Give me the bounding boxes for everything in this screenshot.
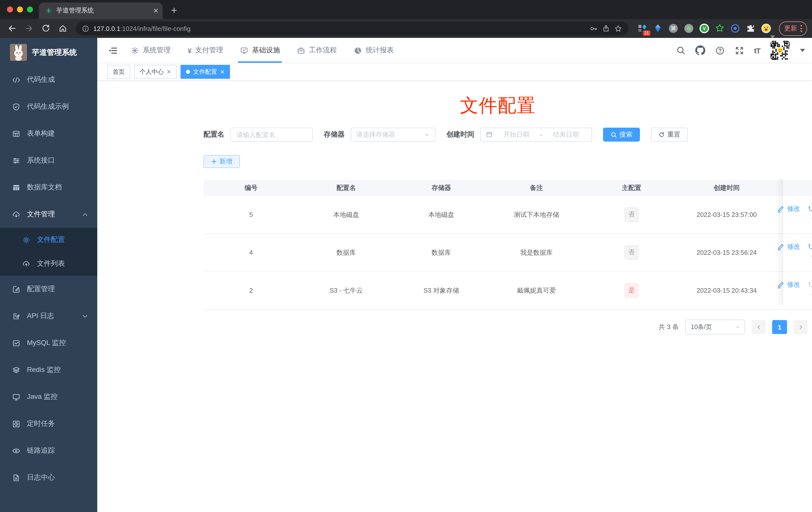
- reload-icon[interactable]: [39, 22, 53, 35]
- tag-home[interactable]: 首页: [107, 65, 130, 79]
- sidebar-item-redis-monitor[interactable]: Redis 监控: [0, 357, 97, 383]
- next-page-button[interactable]: [793, 320, 808, 334]
- tag-profile[interactable]: 个人中心✕: [134, 65, 177, 79]
- chrome-menu-icon[interactable]: [801, 25, 802, 32]
- set-master-link[interactable]: 主配置: [807, 204, 812, 213]
- password-key-icon[interactable]: [589, 24, 598, 33]
- cell-id: 4: [203, 249, 298, 256]
- sidebar-item-api-log[interactable]: API 日志: [0, 303, 97, 330]
- extension-command-icon[interactable]: ⌘: [668, 24, 678, 33]
- fullscreen-icon[interactable]: [735, 46, 744, 55]
- close-icon[interactable]: ✕: [167, 68, 171, 75]
- cell-name: S3 - 七牛云: [298, 286, 394, 295]
- bookmark-star-icon[interactable]: [614, 24, 622, 33]
- cell-remark: 测试下本地存储: [489, 210, 584, 219]
- sidebar-item-code-gen[interactable]: 代码生成: [0, 66, 97, 93]
- sidebar-item-db-doc[interactable]: 数据库文档: [0, 174, 97, 201]
- topnav-item-report[interactable]: 统计报表: [354, 38, 394, 63]
- topnav-item-label: 工作流程: [309, 46, 337, 55]
- window-controls[interactable]: [7, 6, 33, 12]
- master-tag: 是: [625, 283, 638, 298]
- minimize-window-button[interactable]: [17, 6, 23, 12]
- sidebar-item-file-list[interactable]: 文件列表: [0, 252, 97, 276]
- topnav-item-system[interactable]: 系统管理: [131, 38, 171, 63]
- extension-star-icon[interactable]: [715, 24, 725, 33]
- url-bar[interactable]: 127.0.0.1:1024/infra/file/file-config: [76, 22, 629, 35]
- cell-actions: 修改 主配置 测试 删除: [774, 204, 812, 225]
- set-master-link[interactable]: 主配置: [807, 242, 812, 251]
- extension-rings-icon[interactable]: [730, 24, 740, 33]
- sidebar-item-log-center[interactable]: 日志中心: [0, 464, 97, 491]
- topnav-item-infra[interactable]: 基础设施: [240, 38, 280, 63]
- font-size-icon[interactable]: tT: [754, 46, 760, 55]
- edit-link[interactable]: 修改: [777, 204, 800, 213]
- zoom-window-button[interactable]: [27, 6, 33, 12]
- sidebar-item-job[interactable]: 定时任务: [0, 410, 97, 437]
- delete-link[interactable]: 删除: [810, 216, 812, 225]
- sidebar-item-trace[interactable]: 链路追踪: [0, 437, 97, 464]
- storage-select[interactable]: 请选择存储器: [351, 128, 435, 142]
- config-name-label: 配置名: [203, 130, 225, 139]
- help-icon[interactable]: [715, 46, 725, 55]
- sidebar-item-mysql-monitor[interactable]: MySQL 监控: [0, 330, 97, 357]
- topnav-item-payment[interactable]: ¥支付管理: [187, 38, 223, 63]
- avatar-caret-icon[interactable]: [800, 49, 805, 52]
- main-area: 系统管理¥支付管理基础设施工作流程统计报表 tT 首页个人中心✕文件配置✕ 文件…: [97, 38, 812, 512]
- date-range-picker[interactable]: 开始日期 - 结束日期: [480, 128, 592, 142]
- edit-link[interactable]: 修改: [777, 280, 800, 289]
- extension-v-icon[interactable]: V: [699, 24, 709, 33]
- tag-file-config[interactable]: 文件配置✕: [180, 65, 230, 79]
- monitor-icon: [12, 393, 21, 401]
- github-icon[interactable]: [695, 46, 705, 55]
- topnav-item-workflow[interactable]: 工作流程: [297, 38, 337, 63]
- new-tab-button[interactable]: +: [167, 3, 181, 18]
- avatar[interactable]: [770, 40, 790, 60]
- delete-link[interactable]: 删除: [810, 292, 812, 301]
- profile-emoji-icon[interactable]: [761, 24, 771, 33]
- browser-tab[interactable]: 芋道管理系统 ✕: [39, 2, 163, 19]
- tab-close-icon[interactable]: ✕: [153, 7, 158, 14]
- sidebar-item-java-monitor[interactable]: Java 监控: [0, 383, 97, 410]
- edit-link[interactable]: 修改: [777, 242, 800, 251]
- forward-icon[interactable]: [22, 22, 36, 35]
- app-logo-row[interactable]: 芋道管理系统: [0, 38, 97, 63]
- reset-button[interactable]: 重置: [651, 128, 688, 142]
- search-icon[interactable]: [676, 46, 685, 55]
- chevron-left-icon: [755, 324, 762, 330]
- site-info-icon[interactable]: [82, 25, 89, 32]
- sidebar-item-form-builder[interactable]: 表单构建: [0, 120, 97, 147]
- add-button[interactable]: 新增: [203, 155, 240, 168]
- chrome-update-button[interactable]: 更新: [779, 21, 807, 36]
- home-icon[interactable]: [56, 22, 70, 35]
- extension-blocks-icon[interactable]: 11: [637, 24, 647, 33]
- back-icon[interactable]: [5, 22, 19, 35]
- file-config-table: 编号配置名存储器备注主配置创建时间操作 5 本地磁盘 本地磁盘 测试下本地存储 …: [203, 180, 812, 309]
- page-size-select[interactable]: 10条/页: [685, 320, 745, 334]
- page-number-1[interactable]: 1: [772, 320, 787, 334]
- share-icon[interactable]: [602, 24, 610, 32]
- shield-icon: [12, 102, 21, 111]
- sidebar-item-label: 文件管理: [27, 210, 55, 219]
- sidebar-item-system-api[interactable]: 系统接口: [0, 147, 97, 174]
- close-window-button[interactable]: [7, 6, 13, 12]
- delete-link[interactable]: 删除: [810, 254, 812, 263]
- prev-page-button[interactable]: [752, 320, 765, 334]
- close-icon[interactable]: ✕: [220, 68, 225, 75]
- config-name-input[interactable]: [230, 128, 313, 142]
- update-label: 更新: [784, 24, 797, 33]
- sidebar-item-file-manage[interactable]: 文件管理: [0, 201, 97, 228]
- extension-kite-icon[interactable]: [653, 24, 663, 33]
- search-button[interactable]: 搜索: [603, 128, 640, 142]
- set-master-link[interactable]: 主配置: [807, 280, 812, 289]
- extension-dot-icon[interactable]: [684, 24, 694, 33]
- sidebar: 芋道管理系统 代码生成代码生成示例表单构建系统接口数据库文档文件管理文件配置文件…: [0, 38, 97, 512]
- collapse-sidebar-icon[interactable]: [108, 38, 118, 63]
- extensions-puzzle-icon[interactable]: [746, 24, 756, 33]
- top-navbar: 系统管理¥支付管理基础设施工作流程统计报表 tT: [97, 38, 812, 63]
- storage-select-placeholder: 请选择存储器: [356, 130, 395, 139]
- start-date-placeholder: 开始日期: [496, 130, 537, 139]
- sidebar-item-code-demo[interactable]: 代码生成示例: [0, 93, 97, 120]
- sidebar-item-file-config[interactable]: 文件配置: [0, 228, 97, 252]
- sidebar-item-config-manage[interactable]: 配置管理: [0, 276, 97, 303]
- cloud-up-icon: [22, 260, 30, 268]
